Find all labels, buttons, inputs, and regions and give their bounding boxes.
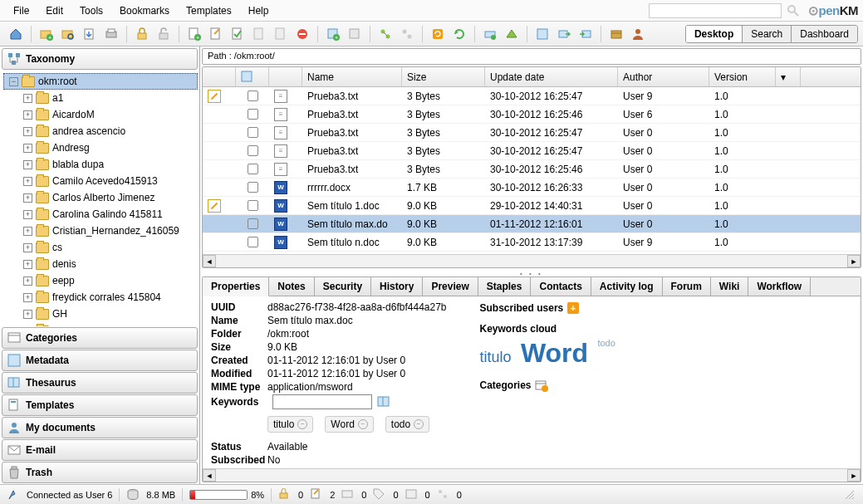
print-icon[interactable] — [102, 25, 120, 43]
upload-icon[interactable] — [503, 25, 521, 43]
expand-icon[interactable]: + — [23, 144, 32, 153]
thesaurus-lookup-icon[interactable] — [377, 395, 390, 409]
col-header[interactable]: Name — [302, 67, 402, 86]
tree-node[interactable]: +Carolina Galindo 415811 — [3, 206, 198, 223]
menu-templates[interactable]: Templates — [178, 2, 240, 20]
col-header[interactable]: Update date — [485, 67, 618, 86]
detail-tab-workflow[interactable]: Workflow — [748, 277, 811, 296]
file-row[interactable]: WSem título max.do9.0 KB01-11-2012 12:16… — [203, 215, 861, 233]
tree-node[interactable]: +Andresg — [3, 139, 198, 156]
unlock-icon[interactable] — [154, 25, 173, 43]
accordion-my-documents[interactable]: My documents — [2, 417, 198, 438]
user-icon[interactable] — [629, 25, 647, 43]
menu-file[interactable]: File — [5, 2, 37, 20]
search-icon[interactable] — [787, 4, 800, 17]
lock-icon[interactable] — [133, 25, 151, 43]
viewtab-dashboard[interactable]: Dashboard — [791, 26, 857, 42]
remove-keyword-icon[interactable]: − — [414, 419, 424, 429]
scanner-icon[interactable] — [481, 25, 499, 43]
cancel-checkout-icon[interactable] — [250, 25, 268, 43]
detail-tab-wiki[interactable]: Wiki — [711, 277, 749, 296]
file-row[interactable]: ≡Prueba3.txt3 Bytes30-10-2012 16:25:47Us… — [203, 124, 861, 142]
detail-tab-contacts[interactable]: Contacts — [531, 277, 591, 296]
row-checkbox[interactable] — [248, 109, 258, 120]
expand-icon[interactable]: + — [23, 110, 32, 120]
tree-node[interactable]: +AicardoM — [3, 106, 198, 123]
new-folder-icon[interactable]: + — [37, 25, 56, 43]
global-search-input[interactable] — [649, 3, 782, 18]
col-header[interactable]: ▾ — [776, 67, 801, 86]
detail-tab-security[interactable]: Security — [315, 277, 371, 296]
add-subscriber-icon[interactable]: + — [566, 301, 580, 315]
expand-icon[interactable]: + — [23, 276, 32, 286]
col-header[interactable] — [269, 67, 302, 86]
tree-node[interactable]: +eepp — [3, 272, 198, 289]
add-category-icon[interactable] — [535, 379, 548, 392]
keywords-input[interactable] — [272, 394, 372, 409]
expand-icon[interactable]: + — [23, 127, 32, 136]
accordion-thesaurus[interactable]: Thesaurus — [2, 372, 198, 394]
detail-tab-forum[interactable]: Forum — [663, 277, 711, 296]
home-icon[interactable] — [7, 25, 25, 43]
expand-icon[interactable]: + — [23, 193, 32, 203]
remove-keyword-icon[interactable]: − — [297, 419, 307, 429]
menu-bookmarks[interactable]: Bookmarks — [111, 2, 178, 20]
file-row[interactable]: Wrrrrrr.docx1.7 KB30-10-2012 16:26:33Use… — [203, 179, 861, 197]
tree-node[interactable]: +GH — [3, 306, 198, 322]
accordion-metadata[interactable]: Metadata — [2, 350, 198, 371]
checkin-icon[interactable] — [228, 25, 247, 43]
taxonomy-header[interactable]: Taxonomy — [2, 48, 198, 70]
col-header[interactable]: Author — [618, 67, 709, 86]
row-checkbox[interactable] — [248, 182, 258, 193]
tree-node[interactable]: +denis — [3, 256, 198, 272]
delete-icon[interactable] — [293, 25, 311, 43]
splitter[interactable]: • • • — [200, 270, 863, 276]
box-icon[interactable] — [607, 25, 625, 43]
expand-icon[interactable]: + — [23, 94, 32, 103]
row-checkbox[interactable] — [248, 200, 258, 211]
file-row[interactable]: ≡Prueba3.txt3 Bytes30-10-2012 16:25:46Us… — [203, 160, 861, 179]
detail-tab-staples[interactable]: Staples — [478, 277, 532, 296]
accordion-templates[interactable]: Templates — [2, 394, 198, 416]
menu-help[interactable]: Help — [240, 2, 277, 20]
menu-edit[interactable]: Edit — [37, 2, 71, 20]
tree-node[interactable]: +Camilo Acevedo415913 — [3, 173, 198, 189]
row-checkbox[interactable] — [248, 145, 258, 156]
col-header[interactable]: Version — [709, 67, 776, 86]
tree-root[interactable]: − okm:root — [3, 73, 198, 90]
export-icon[interactable] — [555, 25, 573, 43]
checkout-icon[interactable] — [207, 25, 225, 43]
download-icon[interactable] — [81, 25, 99, 43]
expand-icon[interactable]: + — [23, 260, 32, 269]
tree-node[interactable]: +cs — [3, 239, 198, 256]
tree-node[interactable]: +Cristian_Hernandez_416059 — [3, 223, 198, 239]
add-doc-icon[interactable]: + — [185, 25, 203, 43]
expand-icon[interactable]: + — [23, 310, 32, 319]
row-checkbox[interactable] — [248, 218, 258, 229]
accordion-categories[interactable]: Categories — [2, 327, 198, 349]
tree-node[interactable]: +blabla dupa — [3, 156, 198, 173]
remove-keyword-icon[interactable]: − — [358, 419, 368, 429]
file-row[interactable]: WSem título n.doc9.0 KB31-10-2012 13:17:… — [203, 233, 861, 252]
row-checkbox[interactable] — [248, 164, 258, 174]
expand-icon[interactable]: + — [23, 210, 32, 219]
detail-tab-properties[interactable]: Properties — [203, 277, 269, 296]
expand-icon[interactable]: + — [23, 177, 32, 186]
refresh-icon[interactable] — [429, 25, 447, 43]
tree-node[interactable]: +andrea ascencio — [3, 123, 198, 139]
tree-node[interactable]: +freydick corrales 415804 — [3, 289, 198, 306]
doc-minus-icon[interactable] — [272, 25, 290, 43]
refresh-tree-icon[interactable] — [450, 25, 468, 43]
file-row[interactable]: WSem título 1.doc9.0 KB29-10-2012 14:40:… — [203, 197, 861, 215]
expand-icon[interactable]: + — [23, 293, 32, 302]
detail-tab-history[interactable]: History — [371, 277, 423, 296]
properties-add-icon[interactable]: + — [324, 25, 342, 43]
accordion-e-mail[interactable]: E-mail — [2, 439, 198, 461]
omr-icon[interactable] — [533, 25, 552, 43]
tree-node[interactable]: +a1 — [3, 90, 198, 106]
tree-node[interactable]: +Carlos Alberto Jimenez — [3, 189, 198, 206]
file-row[interactable]: ≡Prueba3.txt3 Bytes30-10-2012 16:25:47Us… — [203, 87, 861, 105]
viewtab-desktop[interactable]: Desktop — [686, 26, 742, 42]
accordion-trash[interactable]: Trash — [2, 462, 198, 483]
detail-tab-notes[interactable]: Notes — [269, 277, 314, 296]
